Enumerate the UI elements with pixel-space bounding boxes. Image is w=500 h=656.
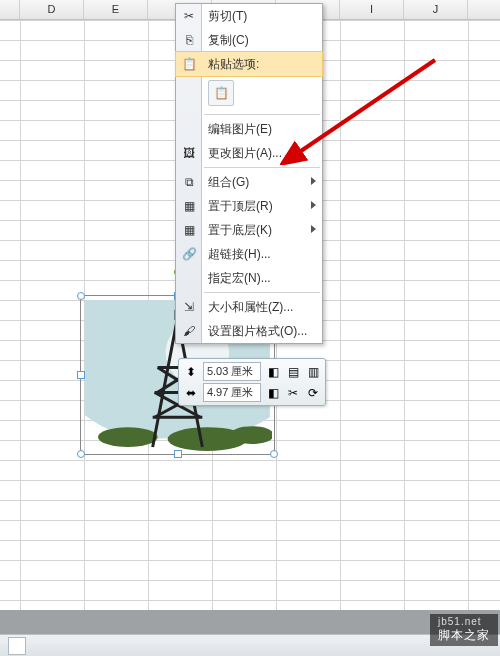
menu-label: 组合(G) <box>208 175 249 189</box>
sheet-tab-bar[interactable] <box>0 634 500 656</box>
resize-handle[interactable] <box>77 292 85 300</box>
menu-label: 大小和属性(Z)... <box>208 300 293 314</box>
bring-forward-button[interactable]: ▤ <box>285 363 301 381</box>
menu-label: 置于顶层(R) <box>208 199 273 213</box>
menu-bring-to-front[interactable]: ▦ 置于顶层(R) <box>176 194 322 218</box>
paste-option-picture[interactable]: 📋 <box>208 80 234 106</box>
paste-icon: 📋 <box>180 55 198 73</box>
group-icon: ⧉ <box>180 173 198 191</box>
submenu-arrow-icon <box>311 177 316 185</box>
spinner-icon[interactable]: ◧ <box>265 363 281 381</box>
width-input[interactable]: 4.97 厘米 <box>203 383 261 402</box>
menu-cut[interactable]: ✂ 剪切(T) <box>176 4 322 28</box>
menu-change-picture[interactable]: 🖼 更改图片(A)... <box>176 141 322 165</box>
watermark: jb51.net 脚本之家 <box>430 614 498 646</box>
menu-assign-macro[interactable]: 指定宏(N)... <box>176 266 322 290</box>
change-picture-icon: 🖼 <box>180 144 198 162</box>
submenu-arrow-icon <box>311 201 316 209</box>
menu-paste-options-header: 📋 粘贴选项: <box>176 52 322 76</box>
menu-size-properties[interactable]: ⇲ 大小和属性(Z)... <box>176 295 322 319</box>
cut-icon: ✂ <box>180 7 198 25</box>
resize-handle[interactable] <box>77 450 85 458</box>
submenu-arrow-icon <box>311 225 316 233</box>
menu-label: 指定宏(N)... <box>208 271 271 285</box>
svg-point-2 <box>98 427 158 447</box>
crop-button[interactable]: ✂ <box>285 384 301 402</box>
copy-icon: ⎘ <box>180 31 198 49</box>
menu-label: 编辑图片(E) <box>208 122 272 136</box>
resize-handle[interactable] <box>270 450 278 458</box>
menu-label: 超链接(H)... <box>208 247 271 261</box>
bring-front-icon: ▦ <box>180 197 198 215</box>
col-header[interactable]: D <box>20 0 84 19</box>
window-divider <box>0 610 500 634</box>
col-header[interactable]: I <box>340 0 404 19</box>
spinner-icon[interactable]: ◧ <box>265 384 281 402</box>
menu-edit-picture[interactable]: 编辑图片(E) <box>176 117 322 141</box>
menu-label: 复制(C) <box>208 33 249 47</box>
menu-format-picture[interactable]: 🖌 设置图片格式(O)... <box>176 319 322 343</box>
sheet-nav-button[interactable] <box>8 637 26 655</box>
menu-label: 设置图片格式(O)... <box>208 324 307 338</box>
size-icon: ⇲ <box>180 298 198 316</box>
menu-label: 粘贴选项: <box>208 57 259 71</box>
menu-label: 置于底层(K) <box>208 223 272 237</box>
mini-toolbar: ⬍ 5.03 厘米 ◧ ▤ ▥ ⬌ 4.97 厘米 ◧ ✂ ⟳ <box>178 358 326 406</box>
send-backward-button[interactable]: ▥ <box>305 363 321 381</box>
send-back-icon: ▦ <box>180 221 198 239</box>
height-input[interactable]: 5.03 厘米 <box>203 362 261 381</box>
menu-group[interactable]: ⧉ 组合(G) <box>176 170 322 194</box>
menu-hyperlink[interactable]: 🔗 超链接(H)... <box>176 242 322 266</box>
resize-handle[interactable] <box>77 371 85 379</box>
menu-send-to-back[interactable]: ▦ 置于底层(K) <box>176 218 322 242</box>
svg-point-3 <box>230 426 272 444</box>
format-icon: 🖌 <box>180 322 198 340</box>
width-icon: ⬌ <box>183 384 199 402</box>
rotate-button[interactable]: ⟳ <box>305 384 321 402</box>
resize-handle[interactable] <box>174 450 182 458</box>
col-header[interactable]: J <box>404 0 468 19</box>
picture-context-menu: ✂ 剪切(T) ⎘ 复制(C) 📋 粘贴选项: 📋 编辑图片(E) 🖼 更改图片… <box>175 3 323 344</box>
menu-copy[interactable]: ⎘ 复制(C) <box>176 28 322 52</box>
menu-label: 更改图片(A)... <box>208 146 282 160</box>
height-icon: ⬍ <box>183 363 199 381</box>
hyperlink-icon: 🔗 <box>180 245 198 263</box>
col-header[interactable]: E <box>84 0 148 19</box>
menu-label: 剪切(T) <box>208 9 247 23</box>
